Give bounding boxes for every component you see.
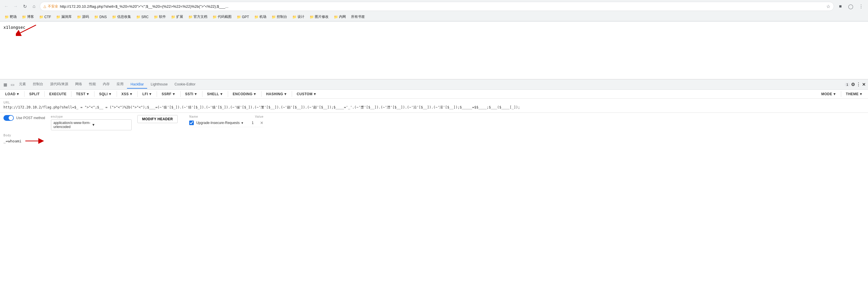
name-col-label: Name [189,115,253,118]
tab-application[interactable]: 应用 [113,80,127,89]
folder-icon: 📁 [334,15,338,19]
ssrf-button[interactable]: SSRF ▼ [159,91,178,97]
theme-dropdown-icon: ▼ [859,92,863,96]
col-labels: Name Value [189,115,264,118]
profile-icon[interactable]: ◯ [846,2,855,11]
bookmark-代码截图[interactable]: 📁 代码截图 [210,13,234,20]
bookmark-源码[interactable]: 📁 源码 [74,13,91,20]
console-badge: 1 [845,83,850,87]
devtools-more-icon[interactable]: ⋮ [856,82,861,87]
lfi-dropdown-icon: ▼ [149,92,152,96]
forward-button[interactable]: → [11,2,20,10]
bookmark-all[interactable]: 所有书签 [349,13,367,20]
theme-button[interactable]: THEME ▼ [843,91,866,97]
folder-icon: 📁 [56,15,60,19]
devtools-settings-icon[interactable]: ⚙ [851,82,855,87]
tab-network[interactable]: 网络 [72,80,86,89]
back-button[interactable]: ← [2,2,10,10]
devtools-tabs-bar: ▦ ▭ 元素 控制台 源代码/来源 网络 性能 内存 应用 HackBar Li… [0,79,868,90]
test-button[interactable]: TEST ▼ [73,91,92,97]
tab-memory[interactable]: 内存 [99,80,113,89]
header-delete-icon[interactable]: ✕ [260,121,264,125]
shell-button[interactable]: SHELL ▼ [204,91,226,97]
separator [292,91,292,97]
post-method-toggle[interactable] [3,115,14,121]
tab-cookie-editor[interactable]: Cookie-Editor [171,80,199,89]
tab-elements[interactable]: 元素 [16,80,29,89]
separator [202,91,203,97]
lfi-button[interactable]: LFI ▼ [140,91,155,97]
separator [157,91,157,97]
execute-button[interactable]: EXECUTE [46,91,69,97]
bookmark-博客[interactable]: 📁 博客 [20,13,36,20]
bookmark-内网[interactable]: 📁 内网 [332,13,348,20]
devtools-icons: ▦ ▭ [2,81,16,88]
custom-dropdown-icon: ▼ [313,92,316,96]
reload-button[interactable]: ↻ [21,2,29,10]
bookmark-扩展[interactable]: 📁 扩展 [169,13,185,20]
xss-dropdown-icon: ▼ [129,92,133,96]
bookmark-漏洞库[interactable]: 📁 漏洞库 [54,13,74,20]
bookmark-图片修改[interactable]: 📁 图片修改 [307,13,331,20]
bookmark-机场[interactable]: 📁 机场 [252,13,269,20]
separator [137,91,138,97]
header-checkbox[interactable] [189,121,194,125]
tab-hackbar[interactable]: HackBar [127,80,147,89]
bookmark-GPT[interactable]: 📁 GPT [235,14,251,20]
shell-dropdown-icon: ▼ [220,92,223,96]
body-value[interactable]: _=whoami [3,139,22,143]
enctype-value: application/x-www-form-urlencoded [54,121,91,129]
ssrf-dropdown-icon: ▼ [172,92,175,96]
home-button[interactable]: ⌂ [30,2,38,10]
separator [71,91,71,97]
header-name-value: Upgrade-Insecure-Requests [196,121,240,125]
bookmark-官方文档[interactable]: 📁 官方文档 [186,13,210,20]
folder-icon: 📁 [154,15,158,19]
enctype-dropdown-icon: ▼ [92,123,129,127]
value-col-label: Value [255,115,264,118]
separator [180,91,181,97]
inspect-element-icon[interactable]: ▦ [2,81,8,88]
page-content: x1longsec [0,22,868,79]
encoding-dropdown-icon: ▼ [253,92,257,96]
bookmark-靶场[interactable]: 📁 靶场 [2,13,19,20]
tab-lighthouse[interactable]: Lighthouse [147,80,171,89]
toolbar-icons: ■ ◯ ⋮ [836,2,866,11]
load-button[interactable]: LOAD ▼ [2,91,23,97]
tab-performance[interactable]: 性能 [86,80,99,89]
encoding-button[interactable]: ENCODING ▼ [230,91,259,97]
security-icon: △ [43,4,46,8]
custom-button[interactable]: CUSTOM ▼ [294,91,319,97]
ssti-dropdown-icon: ▼ [194,92,197,96]
tab-console[interactable]: 控制台 [29,80,46,89]
sqli-button[interactable]: SQLI ▼ [96,91,115,97]
device-mode-icon[interactable]: ▭ [9,81,16,88]
bookmark-star-icon[interactable]: ☆ [826,4,830,9]
url-value[interactable]: http://172.20.10.2/flag.php?shell=$_ = "… [3,105,865,110]
tab-sources[interactable]: 源代码/来源 [46,80,72,89]
bookmark-CTF[interactable]: 📁 CTF [37,14,53,20]
extensions-icon[interactable]: ■ [836,2,845,11]
menu-icon[interactable]: ⋮ [857,2,866,11]
split-button[interactable]: SPLIT [26,91,42,97]
xss-button[interactable]: XSS ▼ [119,91,136,97]
ssti-button[interactable]: SSTI ▼ [182,91,200,97]
separator [117,91,117,97]
mode-button[interactable]: MODE ▼ [818,91,839,97]
nav-buttons: ← → ↻ ⌂ [2,2,38,10]
bookmark-信息收集[interactable]: 📁 信息收集 [110,13,133,20]
bookmark-控制台[interactable]: 📁 控制台 [269,13,289,20]
hashing-button[interactable]: HASHING ▼ [263,91,290,97]
modify-header-button[interactable]: MODIFY HEADER [137,115,178,123]
address-bar[interactable]: △ 不安全 http://172.20.10.2/flag.php?shell=… [40,2,834,11]
separator [228,91,228,97]
bookmark-设计[interactable]: 📁 设计 [290,13,307,20]
folder-icon: 📁 [272,15,276,19]
bookmark-软件[interactable]: 📁 软件 [152,13,168,20]
devtools-close-icon[interactable]: ✕ [862,82,866,87]
mode-dropdown-icon: ▼ [833,92,836,96]
bookmark-DNS[interactable]: 📁 DNS [92,14,109,20]
bookmark-SRC[interactable]: 📁 SRC [134,14,151,20]
enctype-select[interactable]: application/x-www-form-urlencoded ▼ [51,119,132,130]
header-name-dropdown-icon[interactable]: ▼ [241,121,244,125]
